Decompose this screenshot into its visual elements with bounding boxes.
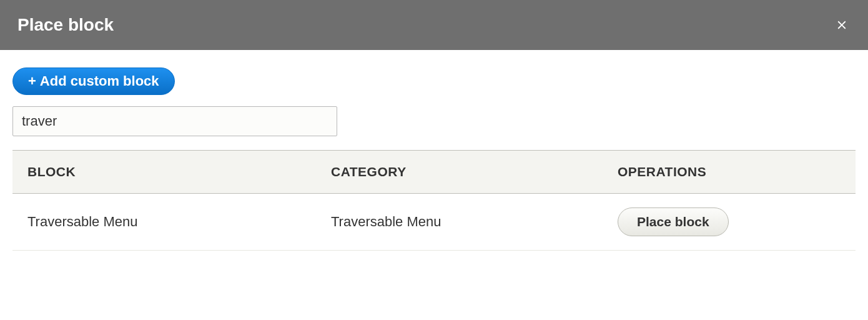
- blocks-table: Block Category Operations Traversable Me…: [12, 150, 856, 251]
- modal-header: Place block: [0, 0, 868, 50]
- add-custom-block-label: Add custom block: [40, 73, 159, 89]
- column-header-block: Block: [12, 151, 316, 194]
- cell-category: Traversable Menu: [316, 194, 603, 251]
- plus-icon: +: [28, 73, 36, 89]
- close-icon[interactable]: [833, 16, 851, 34]
- add-custom-block-button[interactable]: + Add custom block: [12, 68, 175, 95]
- modal-body: + Add custom block Block Category Operat…: [0, 50, 868, 263]
- column-header-operations: Operations: [603, 151, 856, 194]
- modal-title: Place block: [17, 15, 114, 35]
- place-block-button[interactable]: Place block: [618, 208, 729, 236]
- cell-operations: Place block: [603, 194, 856, 251]
- filter-input[interactable]: [12, 106, 337, 136]
- table-header-row: Block Category Operations: [12, 151, 856, 194]
- table-row: Traversable Menu Traversable Menu Place …: [12, 194, 856, 251]
- column-header-category: Category: [316, 151, 603, 194]
- close-icon-svg: [835, 18, 849, 32]
- cell-block-name: Traversable Menu: [12, 194, 316, 251]
